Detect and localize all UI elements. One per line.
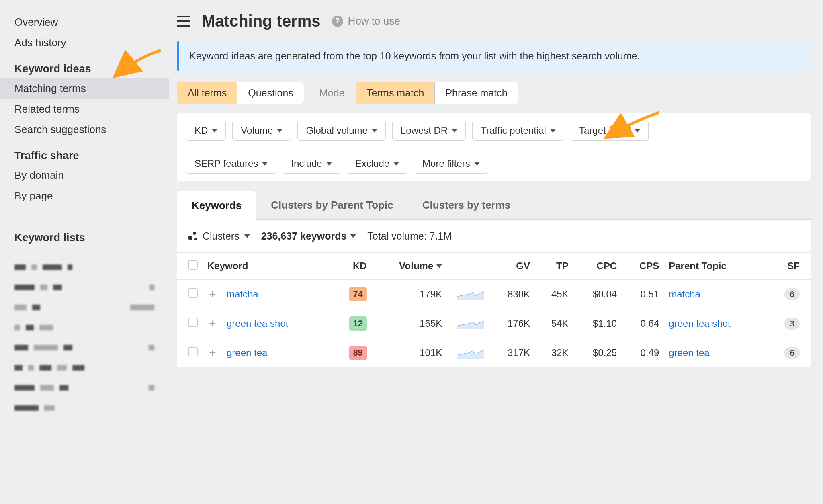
add-to-list-button[interactable]: + xyxy=(207,348,218,358)
clusters-dropdown[interactable]: Clusters xyxy=(188,230,250,242)
caret-down-icon xyxy=(635,129,640,133)
volume-value: 101K xyxy=(372,338,447,368)
match-segment: Terms match Phrase match xyxy=(356,82,518,104)
seg-phrase-match[interactable]: Phrase match xyxy=(435,82,518,104)
caret-down-icon xyxy=(212,129,217,133)
sidebar-section-keyword-lists: Keyword lists xyxy=(0,222,169,247)
tp-value: 32K xyxy=(535,338,573,368)
gv-value: 176K xyxy=(489,309,535,338)
cps-value: 0.64 xyxy=(622,309,664,338)
caret-down-icon xyxy=(452,129,457,133)
cluster-dots-icon xyxy=(188,232,198,241)
sidebar-item-by-domain[interactable]: By domain xyxy=(0,165,169,186)
sidebar-item-search-suggestions[interactable]: Search suggestions xyxy=(0,119,169,140)
volume-sparkline-icon xyxy=(457,348,484,359)
sidebar-item-overview[interactable]: Overview xyxy=(0,12,169,33)
table-row: +green tea shot 12 165K 176K 54K $1.10 0… xyxy=(177,309,811,338)
filter-volume[interactable]: Volume xyxy=(232,121,291,141)
gv-value: 830K xyxy=(489,280,535,309)
volume-value: 179K xyxy=(372,280,447,309)
col-tp[interactable]: TP xyxy=(535,253,573,280)
col-keyword[interactable]: Keyword xyxy=(203,253,332,280)
tab-keywords[interactable]: Keywords xyxy=(177,191,256,220)
col-gv[interactable]: GV xyxy=(489,253,535,280)
table-wrap: Clusters 236,637 keywords Total volume: … xyxy=(177,220,811,368)
terms-segment: All terms Questions xyxy=(177,82,304,104)
keyword-link[interactable]: matcha xyxy=(227,289,258,300)
filters-panel: KD Volume Global volume Lowest DR Traffi… xyxy=(177,113,811,181)
table-row: +matcha 74 179K 830K 45K $0.04 0.51 matc… xyxy=(177,280,811,309)
keyword-link[interactable]: green tea shot xyxy=(227,318,288,329)
sidebar-item-ads-history[interactable]: Ads history xyxy=(0,33,169,53)
sidebar-divider xyxy=(0,216,169,216)
kd-badge: 74 xyxy=(349,287,367,301)
tp-value: 54K xyxy=(535,309,573,338)
keywords-table: Keyword KD Volume GV TP CPC CPS Parent T… xyxy=(177,252,811,368)
hamburger-icon[interactable] xyxy=(177,16,190,27)
info-banner: Keyword ideas are generated from the top… xyxy=(177,41,811,71)
caret-down-icon xyxy=(550,129,556,133)
row-checkbox[interactable] xyxy=(188,318,198,327)
seg-terms-match[interactable]: Terms match xyxy=(356,82,435,104)
sidebar-item-matching-terms[interactable]: Matching terms xyxy=(0,78,169,99)
keyword-lists-blurred xyxy=(0,247,169,428)
row-checkbox[interactable] xyxy=(188,288,198,298)
kd-badge: 89 xyxy=(349,346,367,360)
filter-kd[interactable]: KD xyxy=(186,121,226,141)
help-icon: ? xyxy=(332,16,343,27)
add-to-list-button[interactable]: + xyxy=(207,318,218,329)
volume-value: 165K xyxy=(372,309,447,338)
tp-value: 45K xyxy=(535,280,573,309)
row-checkbox[interactable] xyxy=(188,347,198,356)
filter-exclude[interactable]: Exclude xyxy=(347,154,407,174)
col-kd[interactable]: KD xyxy=(332,253,371,280)
col-parent-topic[interactable]: Parent Topic xyxy=(664,253,766,280)
caret-down-icon xyxy=(372,129,377,133)
add-to-list-button[interactable]: + xyxy=(207,289,218,299)
parent-topic-link[interactable]: matcha xyxy=(669,289,700,299)
cps-value: 0.51 xyxy=(622,280,664,309)
new-badge: New xyxy=(610,126,631,135)
sidebar-item-related-terms[interactable]: Related terms xyxy=(0,99,169,119)
caret-down-icon xyxy=(393,162,399,166)
table-row: +green tea 89 101K 317K 32K $0.25 0.49 g… xyxy=(177,338,811,368)
select-all-checkbox[interactable] xyxy=(188,260,198,270)
caret-down-icon xyxy=(262,162,268,166)
cpc-value: $1.10 xyxy=(573,309,622,338)
caret-down-icon xyxy=(277,129,283,133)
caret-down-icon xyxy=(474,162,480,166)
tab-clusters-terms[interactable]: Clusters by terms xyxy=(408,191,525,219)
seg-all-terms[interactable]: All terms xyxy=(177,82,237,104)
caret-down-icon xyxy=(244,234,250,238)
sf-badge: 6 xyxy=(784,288,800,300)
sidebar: Overview Ads history Keyword ideas Match… xyxy=(0,0,169,504)
how-to-use-link[interactable]: ? How to use xyxy=(332,15,400,27)
kd-badge: 12 xyxy=(349,316,367,331)
cpc-value: $0.04 xyxy=(573,280,622,309)
filter-traffic-potential[interactable]: Traffic potential xyxy=(472,121,564,141)
filter-more-filters[interactable]: More filters xyxy=(414,154,488,174)
parent-topic-link[interactable]: green tea shot xyxy=(669,318,730,329)
seg-questions[interactable]: Questions xyxy=(237,82,304,104)
main-content: Matching terms ? How to use Keyword idea… xyxy=(169,0,823,504)
col-sf[interactable]: SF xyxy=(766,253,811,280)
cps-value: 0.49 xyxy=(622,338,664,368)
col-cps[interactable]: CPS xyxy=(622,253,664,280)
total-volume-label: Total volume: 7.1M xyxy=(367,230,452,242)
col-volume[interactable]: Volume xyxy=(372,253,447,280)
keyword-count-dropdown[interactable]: 236,637 keywords xyxy=(261,230,356,242)
filter-global-volume[interactable]: Global volume xyxy=(297,121,385,141)
caret-down-icon xyxy=(326,162,332,166)
tab-clusters-parent[interactable]: Clusters by Parent Topic xyxy=(256,191,407,219)
keyword-link[interactable]: green tea xyxy=(227,347,267,359)
filter-target[interactable]: TargetNew xyxy=(571,121,649,141)
result-tabs: Keywords Clusters by Parent Topic Cluste… xyxy=(177,191,811,220)
parent-topic-link[interactable]: green tea xyxy=(669,347,709,358)
filter-serp-features[interactable]: SERP features xyxy=(186,154,276,174)
sf-badge: 6 xyxy=(784,347,800,359)
col-cpc[interactable]: CPC xyxy=(573,253,622,280)
filter-include[interactable]: Include xyxy=(283,154,340,174)
filter-lowest-dr[interactable]: Lowest DR xyxy=(392,121,466,141)
how-to-use-label: How to use xyxy=(348,15,400,27)
sidebar-item-by-page[interactable]: By page xyxy=(0,186,169,206)
